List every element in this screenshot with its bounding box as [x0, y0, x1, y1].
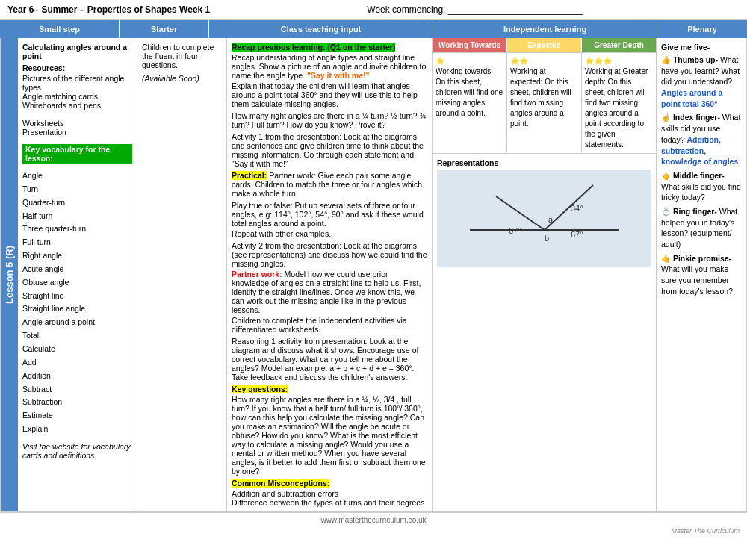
angle-svg: 34° a 67° b 67°	[462, 174, 627, 264]
vocab-item: Half-turn	[22, 210, 132, 223]
plenary-item: 🖕 Middle finger- What skills did you fin…	[661, 170, 742, 203]
website-note: Visit the website for vocabulary cards a…	[22, 442, 132, 460]
say-it-highlight: "Say it with me!"	[307, 71, 369, 80]
starter-column: Children to complete the fluent in four …	[137, 38, 227, 511]
lesson-label: Lesson 5 (R)	[1, 38, 18, 511]
key-questions-highlight: Key questions:	[232, 385, 288, 393]
resources-label: Resources:	[22, 63, 132, 72]
svg-text:67°: 67°	[509, 226, 521, 235]
footer-url: www.masterthecurriculum.co.uk	[320, 516, 426, 524]
col-header-small-step: Small step	[0, 20, 120, 38]
vocab-item: Subtraction	[22, 396, 132, 409]
greater-depth-text: Working at Greater depth: On this sheet,…	[585, 66, 653, 150]
plenary-item: 👍 Thumbs up- What have you learnt? What …	[661, 55, 742, 109]
vocab-item: Straight line angle	[22, 302, 132, 316]
expected-header: Expected	[507, 38, 582, 52]
plenary-icon: 👍	[661, 55, 671, 64]
practical-highlight: Practical:	[232, 171, 267, 180]
plenary-icon: 🤙	[661, 254, 671, 263]
vocab-item: Angle	[22, 169, 132, 183]
col-header-class-teaching: Class teaching input	[209, 20, 433, 38]
play-true-text: Play true or false: Put up several sets …	[232, 201, 427, 228]
svg-rect-0	[462, 174, 627, 264]
watermark: Master The Curriculum	[0, 527, 747, 535]
vocab-item: Estimate	[22, 409, 132, 423]
col-header-plenary: Plenary	[657, 20, 747, 38]
plenary-item: 💍 Ring finger- What helped you in today'…	[661, 206, 742, 250]
svg-text:67°: 67°	[571, 230, 583, 239]
expected-cell: ⭐⭐ Working at expected: On this sheet, c…	[507, 53, 582, 153]
vocab-item: Explain	[22, 423, 132, 436]
plenary-icon: ☝️	[661, 113, 671, 122]
svg-text:a: a	[548, 215, 554, 224]
misconceptions-line: Common Misconceptions:	[232, 479, 427, 488]
vocab-item: Acute angle	[22, 263, 132, 276]
vocab-item: Add	[22, 356, 132, 370]
vocab-item: Subtract	[22, 383, 132, 396]
recap-highlight: Recap previous learning: (Q1 on the star…	[232, 43, 427, 52]
col-header-independent: Independent learning	[433, 20, 657, 38]
main-content: Lesson 5 (R) Calculating angles around a…	[0, 38, 747, 512]
activity2-text: Activity 2 from the presentation: Look a…	[232, 241, 427, 268]
working-towards-stars: ⭐	[436, 56, 503, 66]
plenary-intro: Give me five-	[661, 43, 742, 52]
partner-work2-line: Partner work: Model how we could use pri…	[232, 270, 427, 314]
plenary-item: 🤙 Pinkie promise- What will you make sur…	[661, 253, 742, 297]
angle-diagram: 34° a 67° b 67°	[437, 170, 651, 267]
plenary-highlight: Addition, subtraction, knowledge of angl…	[661, 135, 738, 166]
vocab-list: AngleTurnQuarter-turnHalf-turnThree quar…	[22, 169, 132, 436]
misconceptions-highlight: Common Misconceptions:	[232, 479, 329, 488]
partner-work2-highlight: Partner work:	[232, 270, 282, 279]
key-vocab-box: Key vocabulary for the lesson:	[22, 144, 132, 164]
header-center: Week commencing: _______________________…	[210, 4, 740, 15]
representations-section: Representations 34° a 67° b	[433, 153, 656, 272]
page-header: Year 6– Summer – Properties of Shapes We…	[0, 0, 747, 20]
resources-text: Pictures of the different angle types An…	[22, 74, 132, 137]
recap-body: Recap understanding of angle types and s…	[232, 53, 427, 80]
vocab-item: Addition	[22, 370, 132, 383]
key-questions-line: Key questions:	[232, 385, 427, 393]
vocab-item: Right angle	[22, 249, 132, 263]
vocab-item: Calculate	[22, 343, 132, 356]
plenary-column: Give me five- 👍 Thumbs up- What have you…	[657, 38, 746, 511]
misconceptions-text: Addition and subtraction errors Differen…	[232, 489, 427, 507]
practical-line: Practical: Partner work: Give each pair …	[232, 171, 427, 198]
key-questions-text: How many right angles are there in a ¼, …	[232, 395, 427, 476]
greater-depth-stars: ⭐⭐⭐	[585, 56, 653, 66]
how-many-right: How many right angles are there in a ¼ t…	[232, 111, 427, 129]
class-teaching-column: Recap previous learning: (Q1 on the star…	[227, 38, 433, 511]
reasoning-text: Reasoning 1 activity from presentation: …	[232, 337, 427, 382]
repeat-text: Repeat with other examples.	[232, 229, 427, 238]
vocab-item: Straight line	[22, 290, 132, 303]
vocab-item: Three quarter-turn	[22, 223, 132, 236]
plenary-items: 👍 Thumbs up- What have you learnt? What …	[661, 55, 742, 296]
representations-label: Representations	[437, 158, 651, 167]
plenary-icon: 🖕	[661, 171, 671, 180]
plenary-highlight: Angles around a point total 360°	[661, 88, 722, 108]
activity1-text: Activity 1 from the presentation: Look a…	[232, 132, 427, 168]
expected-text: Working at expected: On this sheet, chil…	[510, 66, 578, 129]
expected-stars: ⭐⭐	[510, 56, 578, 66]
starter-text: Children to complete the fluent in four …	[142, 43, 222, 69]
children-complete: Children to complete the Independent act…	[232, 316, 427, 334]
recap-highlight-text: Recap previous learning: (Q1 on the star…	[232, 43, 395, 52]
working-towards-text: Working towards: On this sheet, children…	[436, 66, 503, 119]
plenary-item: ☝️ Index finger- What skills did you use…	[661, 112, 742, 167]
header-left: Year 6– Summer – Properties of Shapes We…	[7, 4, 210, 15]
greater-depth-cell: ⭐⭐⭐ Working at Greater depth: On this sh…	[582, 53, 656, 153]
explain-text: Explain that today the children will lea…	[232, 81, 427, 108]
svg-text:34°: 34°	[571, 204, 583, 213]
working-towards-header: Working Towards	[433, 38, 507, 52]
independent-cells: ⭐ Working towards: On this sheet, childr…	[433, 52, 656, 153]
footer: www.masterthecurriculum.co.uk	[0, 512, 747, 527]
vocab-item: Full turn	[22, 236, 132, 249]
col-header-starter: Starter	[120, 20, 209, 38]
vocab-item: Total	[22, 329, 132, 343]
column-headers: Small step Starter Class teaching input …	[0, 20, 747, 38]
vocab-item: Turn	[22, 183, 132, 196]
small-step-title: Calculating angles around a point	[22, 43, 132, 60]
working-towards-cell: ⭐ Working towards: On this sheet, childr…	[433, 53, 507, 153]
svg-text:b: b	[545, 234, 549, 243]
plenary-icon: 💍	[661, 207, 671, 216]
vocab-item: Quarter-turn	[22, 196, 132, 210]
